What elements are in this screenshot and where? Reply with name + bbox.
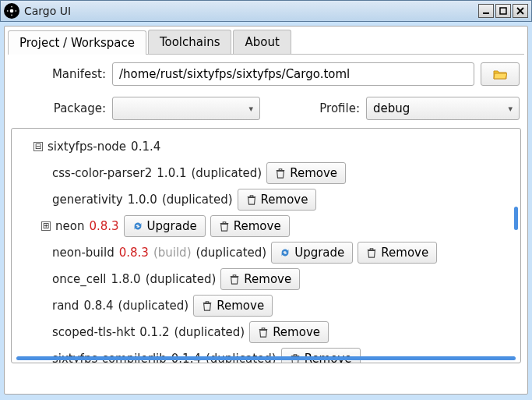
upgrade-button[interactable]: Upgrade [271, 242, 353, 264]
crate-version: 1.0.1 [157, 166, 186, 180]
duplicated-label: (duplicated) [162, 193, 233, 207]
duplicated-label: (duplicated) [146, 272, 217, 286]
refresh-icon [132, 221, 143, 232]
expand-icon[interactable]: ⊞ [41, 221, 51, 231]
manifest-input[interactable] [112, 62, 474, 86]
window-body: Project / Workspace Toolchains About Man… [4, 26, 528, 395]
tree-row: css-color-parser2 1.0.1 (duplicated) Rem… [18, 160, 506, 186]
svg-rect-2 [483, 12, 489, 14]
crate-name: scoped-tls-hkt [52, 325, 135, 339]
tree-row: ⊞ neon 0.8.3 Upgrade Remove [18, 213, 506, 239]
tree-row: neon-build 0.8.3 (build) (duplicated) Up… [18, 239, 506, 266]
crate-version: 0.1.4 [131, 140, 160, 154]
tree-root-row: ⊟ sixtyfps-node 0.1.4 [18, 133, 506, 160]
refresh-icon [280, 247, 291, 258]
crate-name: generativity [52, 193, 123, 207]
trash-icon [258, 327, 269, 338]
tab-project[interactable]: Project / Workspace [8, 30, 146, 55]
package-select[interactable]: ▾ [112, 97, 260, 120]
folder-icon [493, 69, 507, 80]
crate-version: 0.8.3 [119, 246, 149, 260]
titlebar: Cargo UI [0, 0, 532, 22]
tab-bar: Project / Workspace Toolchains About [8, 30, 524, 55]
remove-button[interactable]: Remove [281, 348, 361, 363]
package-profile-row: Package: ▾ Profile: debug ▾ [8, 94, 524, 128]
close-button[interactable] [513, 4, 528, 18]
duplicated-label: (duplicated) [196, 246, 266, 260]
crate-name: neon [55, 219, 84, 233]
minimize-button[interactable] [478, 4, 494, 18]
tree-row: generativity 1.0.0 (duplicated) Remove [18, 186, 506, 213]
window-controls [478, 4, 528, 18]
trash-icon [219, 221, 230, 232]
crate-version: 1.8.0 [111, 272, 140, 286]
remove-button[interactable]: Remove [249, 321, 329, 343]
tree-row: scoped-tls-hkt 0.1.2 (duplicated) Remove [18, 319, 506, 345]
crate-version: 1.0.0 [128, 193, 157, 207]
trash-icon [229, 274, 240, 285]
collapse-icon[interactable]: ⊟ [33, 142, 43, 151]
maximize-button[interactable] [495, 4, 511, 18]
tree-row: rand 0.8.4 (duplicated) Remove [18, 292, 506, 319]
browse-button[interactable] [481, 62, 520, 86]
profile-value: debug [373, 101, 410, 115]
crate-version: 0.8.4 [83, 299, 113, 313]
manifest-row: Manifest: [8, 55, 524, 94]
tab-toolchains[interactable]: Toolchains [148, 30, 232, 54]
upgrade-button[interactable]: Upgrade [124, 215, 206, 237]
tree-row: sixtyfps-compilerlib 0.1.4 (duplicated) … [18, 345, 506, 363]
profile-label: Profile: [298, 101, 360, 115]
crate-name: sixtyfps-node [48, 140, 126, 154]
trash-icon [275, 168, 286, 179]
dependency-tree: ⊟ sixtyfps-node 0.1.4 css-color-parser2 … [11, 128, 521, 363]
chevron-down-icon: ▾ [248, 104, 253, 114]
crate-name: once_cell [52, 272, 106, 286]
svg-point-1 [10, 9, 14, 13]
duplicated-label: (duplicated) [174, 325, 245, 339]
build-kind-label: (build) [153, 246, 192, 260]
remove-button[interactable]: Remove [238, 189, 317, 211]
duplicated-label: (duplicated) [192, 166, 262, 180]
tree-row: once_cell 1.8.0 (duplicated) Remove [18, 266, 506, 292]
profile-select[interactable]: debug ▾ [366, 97, 520, 120]
crate-name: neon-build [52, 246, 115, 260]
package-label: Package: [12, 101, 106, 115]
remove-button[interactable]: Remove [210, 215, 290, 237]
remove-button[interactable]: Remove [358, 242, 437, 264]
trash-icon [202, 300, 213, 311]
crate-name: rand [52, 299, 79, 313]
crate-version: 0.1.2 [139, 325, 169, 339]
remove-button[interactable]: Remove [193, 295, 273, 317]
vertical-scrollbar[interactable] [514, 207, 518, 230]
horizontal-scrollbar[interactable] [16, 356, 516, 360]
trash-icon [366, 247, 377, 258]
duplicated-label: (duplicated) [118, 299, 189, 313]
crate-name: css-color-parser2 [52, 166, 152, 180]
app-icon [4, 3, 19, 19]
tab-about[interactable]: About [233, 30, 291, 54]
crate-version: 0.8.3 [89, 219, 118, 233]
chevron-down-icon: ▾ [508, 104, 513, 114]
svg-rect-3 [500, 8, 506, 14]
window-title: Cargo UI [24, 5, 474, 17]
trash-icon [246, 194, 257, 205]
remove-button[interactable]: Remove [220, 268, 300, 290]
manifest-label: Manifest: [12, 67, 106, 81]
remove-button[interactable]: Remove [266, 162, 346, 184]
